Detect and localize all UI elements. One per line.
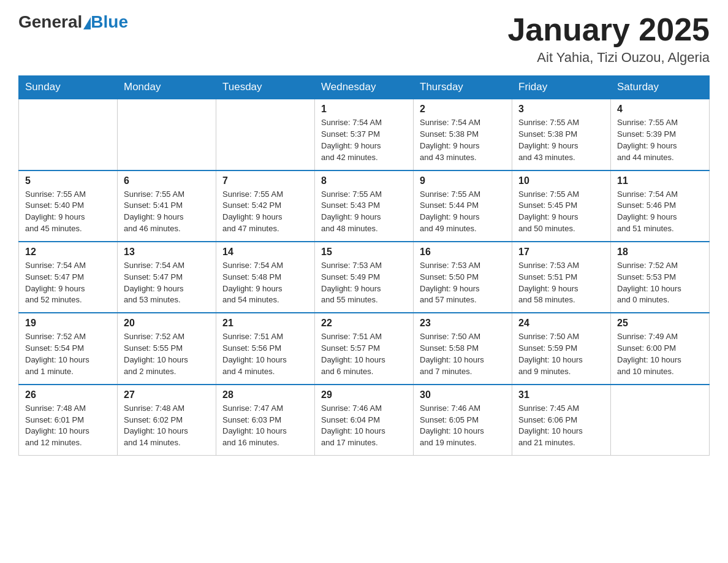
day-number: 13 xyxy=(124,247,210,258)
day-info: Sunrise: 7:55 AMSunset: 5:44 PMDaylight:… xyxy=(420,189,506,235)
day-number: 17 xyxy=(518,247,604,258)
day-info: Sunrise: 7:54 AMSunset: 5:47 PMDaylight:… xyxy=(25,260,111,306)
calendar-cell: 31Sunrise: 7:45 AMSunset: 6:06 PMDayligh… xyxy=(512,385,611,456)
day-number: 15 xyxy=(321,247,407,258)
col-tuesday: Tuesday xyxy=(216,76,315,99)
day-number: 12 xyxy=(25,247,111,258)
week-row-2: 5Sunrise: 7:55 AMSunset: 5:40 PMDaylight… xyxy=(19,170,710,242)
day-number: 2 xyxy=(420,104,506,115)
day-info: Sunrise: 7:54 AMSunset: 5:48 PMDaylight:… xyxy=(222,260,308,306)
header: General Blue January 2025 Ait Yahia, Tiz… xyxy=(18,12,710,66)
day-info: Sunrise: 7:55 AMSunset: 5:43 PMDaylight:… xyxy=(321,189,407,235)
calendar-cell: 23Sunrise: 7:50 AMSunset: 5:58 PMDayligh… xyxy=(414,313,512,384)
col-thursday: Thursday xyxy=(414,76,512,99)
calendar-cell: 11Sunrise: 7:54 AMSunset: 5:46 PMDayligh… xyxy=(611,170,710,242)
calendar-cell: 14Sunrise: 7:54 AMSunset: 5:48 PMDayligh… xyxy=(216,242,315,313)
day-info: Sunrise: 7:48 AMSunset: 6:02 PMDaylight:… xyxy=(124,403,210,449)
calendar-cell: 15Sunrise: 7:53 AMSunset: 5:49 PMDayligh… xyxy=(315,242,414,313)
day-number: 3 xyxy=(518,104,604,115)
day-info: Sunrise: 7:46 AMSunset: 6:05 PMDaylight:… xyxy=(420,403,506,449)
title-block: January 2025 Ait Yahia, Tizi Ouzou, Alge… xyxy=(507,12,710,66)
day-number: 14 xyxy=(222,247,308,258)
calendar-cell: 1Sunrise: 7:54 AMSunset: 5:37 PMDaylight… xyxy=(315,99,414,170)
calendar-cell: 4Sunrise: 7:55 AMSunset: 5:39 PMDaylight… xyxy=(611,99,710,170)
day-number: 22 xyxy=(321,318,407,329)
day-info: Sunrise: 7:54 AMSunset: 5:38 PMDaylight:… xyxy=(420,117,506,163)
day-number: 29 xyxy=(321,389,407,400)
calendar-cell: 9Sunrise: 7:55 AMSunset: 5:44 PMDaylight… xyxy=(414,170,512,242)
day-number: 26 xyxy=(25,389,111,400)
calendar-cell: 2Sunrise: 7:54 AMSunset: 5:38 PMDaylight… xyxy=(414,99,512,170)
calendar-cell: 6Sunrise: 7:55 AMSunset: 5:41 PMDaylight… xyxy=(118,170,216,242)
calendar-cell: 5Sunrise: 7:55 AMSunset: 5:40 PMDaylight… xyxy=(19,170,118,242)
col-friday: Friday xyxy=(512,76,611,99)
day-info: Sunrise: 7:47 AMSunset: 6:03 PMDaylight:… xyxy=(222,403,308,449)
calendar-cell: 20Sunrise: 7:52 AMSunset: 5:55 PMDayligh… xyxy=(118,313,216,384)
day-info: Sunrise: 7:46 AMSunset: 6:04 PMDaylight:… xyxy=(321,403,407,449)
day-info: Sunrise: 7:45 AMSunset: 6:06 PMDaylight:… xyxy=(518,403,604,449)
calendar-cell: 18Sunrise: 7:52 AMSunset: 5:53 PMDayligh… xyxy=(611,242,710,313)
calendar-header-row: Sunday Monday Tuesday Wednesday Thursday… xyxy=(19,76,710,99)
calendar-cell: 7Sunrise: 7:55 AMSunset: 5:42 PMDaylight… xyxy=(216,170,315,242)
day-number: 11 xyxy=(617,175,703,186)
calendar-cell: 12Sunrise: 7:54 AMSunset: 5:47 PMDayligh… xyxy=(19,242,118,313)
day-number: 21 xyxy=(222,318,308,329)
col-wednesday: Wednesday xyxy=(315,76,414,99)
day-info: Sunrise: 7:48 AMSunset: 6:01 PMDaylight:… xyxy=(25,403,111,449)
location-title: Ait Yahia, Tizi Ouzou, Algeria xyxy=(507,50,710,66)
day-info: Sunrise: 7:52 AMSunset: 5:54 PMDaylight:… xyxy=(25,331,111,377)
week-row-4: 19Sunrise: 7:52 AMSunset: 5:54 PMDayligh… xyxy=(19,313,710,384)
day-info: Sunrise: 7:55 AMSunset: 5:41 PMDaylight:… xyxy=(124,189,210,235)
day-info: Sunrise: 7:54 AMSunset: 5:37 PMDaylight:… xyxy=(321,117,407,163)
calendar-cell: 28Sunrise: 7:47 AMSunset: 6:03 PMDayligh… xyxy=(216,385,315,456)
calendar-cell: 8Sunrise: 7:55 AMSunset: 5:43 PMDaylight… xyxy=(315,170,414,242)
page: General Blue January 2025 Ait Yahia, Tiz… xyxy=(0,0,728,468)
day-number: 19 xyxy=(25,318,111,329)
day-number: 1 xyxy=(321,104,407,115)
day-info: Sunrise: 7:54 AMSunset: 5:47 PMDaylight:… xyxy=(124,260,210,306)
day-info: Sunrise: 7:54 AMSunset: 5:46 PMDaylight:… xyxy=(617,189,703,235)
calendar-cell: 29Sunrise: 7:46 AMSunset: 6:04 PMDayligh… xyxy=(315,385,414,456)
week-row-5: 26Sunrise: 7:48 AMSunset: 6:01 PMDayligh… xyxy=(19,385,710,456)
calendar-cell: 3Sunrise: 7:55 AMSunset: 5:38 PMDaylight… xyxy=(512,99,611,170)
day-info: Sunrise: 7:51 AMSunset: 5:57 PMDaylight:… xyxy=(321,331,407,377)
day-number: 20 xyxy=(124,318,210,329)
calendar-cell: 26Sunrise: 7:48 AMSunset: 6:01 PMDayligh… xyxy=(19,385,118,456)
day-info: Sunrise: 7:52 AMSunset: 5:55 PMDaylight:… xyxy=(124,331,210,377)
calendar-cell: 21Sunrise: 7:51 AMSunset: 5:56 PMDayligh… xyxy=(216,313,315,384)
logo-blue-text: Blue xyxy=(91,12,128,32)
day-number: 9 xyxy=(420,175,506,186)
day-info: Sunrise: 7:53 AMSunset: 5:50 PMDaylight:… xyxy=(420,260,506,306)
calendar-cell: 25Sunrise: 7:49 AMSunset: 6:00 PMDayligh… xyxy=(611,313,710,384)
logo-general-text: General xyxy=(18,12,82,32)
day-info: Sunrise: 7:55 AMSunset: 5:39 PMDaylight:… xyxy=(617,117,703,163)
day-number: 23 xyxy=(420,318,506,329)
day-number: 24 xyxy=(518,318,604,329)
day-number: 10 xyxy=(518,175,604,186)
calendar-cell xyxy=(611,385,710,456)
day-info: Sunrise: 7:50 AMSunset: 5:58 PMDaylight:… xyxy=(420,331,506,377)
calendar-cell xyxy=(216,99,315,170)
day-info: Sunrise: 7:55 AMSunset: 5:42 PMDaylight:… xyxy=(222,189,308,235)
col-saturday: Saturday xyxy=(611,76,710,99)
day-info: Sunrise: 7:55 AMSunset: 5:45 PMDaylight:… xyxy=(518,189,604,235)
calendar-cell: 16Sunrise: 7:53 AMSunset: 5:50 PMDayligh… xyxy=(414,242,512,313)
calendar-cell xyxy=(19,99,118,170)
day-number: 6 xyxy=(124,175,210,186)
day-info: Sunrise: 7:53 AMSunset: 5:49 PMDaylight:… xyxy=(321,260,407,306)
calendar-cell xyxy=(118,99,216,170)
calendar-table: Sunday Monday Tuesday Wednesday Thursday… xyxy=(18,75,710,456)
day-number: 16 xyxy=(420,247,506,258)
calendar-cell: 24Sunrise: 7:50 AMSunset: 5:59 PMDayligh… xyxy=(512,313,611,384)
calendar-cell: 27Sunrise: 7:48 AMSunset: 6:02 PMDayligh… xyxy=(118,385,216,456)
day-info: Sunrise: 7:50 AMSunset: 5:59 PMDaylight:… xyxy=(518,331,604,377)
day-info: Sunrise: 7:52 AMSunset: 5:53 PMDaylight:… xyxy=(617,260,703,306)
col-sunday: Sunday xyxy=(19,76,118,99)
day-number: 7 xyxy=(222,175,308,186)
day-info: Sunrise: 7:49 AMSunset: 6:00 PMDaylight:… xyxy=(617,331,703,377)
day-info: Sunrise: 7:51 AMSunset: 5:56 PMDaylight:… xyxy=(222,331,308,377)
day-number: 28 xyxy=(222,389,308,400)
day-number: 25 xyxy=(617,318,703,329)
col-monday: Monday xyxy=(118,76,216,99)
day-number: 27 xyxy=(124,389,210,400)
